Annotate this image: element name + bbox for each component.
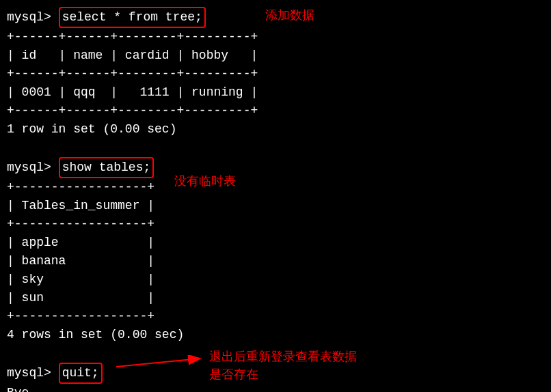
- table2-row-3: | sky |: [7, 270, 544, 289]
- svg-line-1: [116, 359, 200, 367]
- table2-sep-bottom: +------------------+: [7, 307, 544, 326]
- blank-1: [7, 139, 544, 157]
- prompt-line-2[interactable]: mysql> show tables;: [7, 157, 544, 178]
- arrow-icon: [115, 355, 207, 369]
- table1-sep-bottom: +------+------+--------+---------+: [7, 102, 544, 120]
- prompt: mysql>: [7, 10, 59, 24]
- result-1: 1 row in set (0.00 sec): [7, 120, 544, 139]
- cmd-quit-highlight: quit;: [59, 363, 103, 384]
- cmd-quit: quit;: [62, 366, 99, 380]
- cmd-show-tables: show tables;: [62, 160, 151, 174]
- cmd-show-highlight: show tables;: [59, 157, 154, 178]
- prompt: mysql>: [7, 160, 59, 174]
- table1-row-1: | 0001 | qqq | 1111 | running |: [7, 83, 544, 102]
- cmd-select-highlight: select * from tree;: [59, 7, 206, 28]
- bye: Bye: [7, 384, 544, 392]
- table2-sep-top: +------------------+: [7, 178, 544, 197]
- cmd-select: select * from tree;: [62, 10, 202, 24]
- annotation-no-temp-table: 没有临时表: [174, 173, 236, 191]
- table2-sep-mid: +------------------+: [7, 215, 544, 234]
- table1-sep-mid: +------+------+--------+---------+: [7, 65, 544, 83]
- annotation-quit-line2: 是否存在: [209, 366, 258, 384]
- table2-header: | Tables_in_summer |: [7, 197, 544, 215]
- table1-sep-top: +------+------+--------+---------+: [7, 28, 544, 46]
- annotation-quit-line1: 退出后重新登录查看表数据: [209, 348, 357, 367]
- result-2: 4 rows in set (0.00 sec): [7, 326, 544, 344]
- annotation-add-data: 添加数据: [265, 7, 314, 25]
- table2-row-4: | sun |: [7, 289, 544, 307]
- table2-row-2: | banana |: [7, 252, 544, 270]
- table2-row-1: | apple |: [7, 234, 544, 252]
- prompt: mysql>: [7, 366, 59, 380]
- table1-header: | id | name | cardid | hobby |: [7, 46, 544, 65]
